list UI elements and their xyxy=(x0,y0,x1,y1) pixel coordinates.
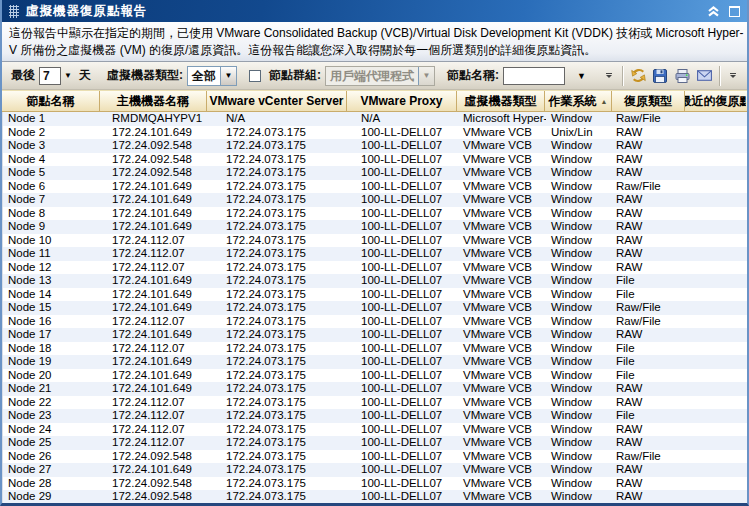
cell-host-machine-name: 172.24.101.649 xyxy=(101,369,208,383)
refresh-icon xyxy=(630,67,647,84)
table-row[interactable]: Node 5 172.24.092.548 172.24.073.175 100… xyxy=(3,166,747,180)
table-row[interactable]: Node 1 RMDMQAHYPV1 N/A N/A Microsoft Hyp… xyxy=(3,112,747,126)
table-row[interactable]: Node 3 172.24.092.548 172.24.073.175 100… xyxy=(3,139,747,153)
cell-vmware-proxy: 100-LL-DELL07 xyxy=(348,220,458,234)
cell-recovery-type: RAW xyxy=(613,193,686,207)
drag-grip-icon[interactable] xyxy=(9,5,19,18)
table-row[interactable]: Node 25 172.24.112.07 172.24.073.175 100… xyxy=(3,436,747,450)
cell-os: Window xyxy=(546,477,613,491)
table-row[interactable]: Node 21 172.24.101.649 172.24.073.175 10… xyxy=(3,382,747,396)
column-latest-recovery-point[interactable]: 最近的復原點 xyxy=(685,91,746,111)
collapse-chevrons-icon[interactable] xyxy=(707,6,720,17)
table-row[interactable]: Node 11 172.24.112.07 172.24.073.175 100… xyxy=(3,247,747,261)
cell-vm-type: VMware VCB xyxy=(458,477,546,491)
cell-vm-type: VMware VCB xyxy=(458,261,546,275)
cell-vm-type: VMware VCB xyxy=(458,463,546,477)
print-button[interactable] xyxy=(671,66,693,86)
cell-node-name: Node 29 xyxy=(3,490,101,503)
cell-recovery-type: RAW xyxy=(613,436,686,450)
cell-vmware-proxy: 100-LL-DELL07 xyxy=(348,315,458,329)
column-host-machine-name[interactable]: 主機機器名稱 xyxy=(100,91,207,111)
table-row[interactable]: Node 10 172.24.112.07 172.24.073.175 100… xyxy=(3,234,747,248)
toolbar-overflow-icon[interactable] xyxy=(603,73,615,78)
cell-vm-type: VMware VCB xyxy=(458,355,546,369)
maximize-icon[interactable] xyxy=(729,6,740,17)
cell-recovery-type: RAW xyxy=(613,139,686,153)
toolbar-overflow-icon[interactable] xyxy=(727,73,739,78)
cell-vcenter-server: 172.24.073.175 xyxy=(208,463,348,477)
table-row[interactable]: Node 16 172.24.112.07 172.24.073.175 100… xyxy=(3,315,747,329)
column-vcenter-server[interactable]: VMware vCenter Server xyxy=(207,91,347,111)
refresh-button[interactable] xyxy=(627,66,649,86)
vm-type-select[interactable]: 全部 ▼ xyxy=(187,66,237,86)
table-row[interactable]: Node 24 172.24.112.07 172.24.073.175 100… xyxy=(3,423,747,437)
table-row[interactable]: Node 18 172.24.112.07 172.24.073.175 100… xyxy=(3,342,747,356)
table-row[interactable]: Node 4 172.24.092.548 172.24.073.175 100… xyxy=(3,153,747,167)
cell-host-machine-name: 172.24.112.07 xyxy=(101,342,208,356)
table-row[interactable]: Node 13 172.24.101.649 172.24.073.175 10… xyxy=(3,274,747,288)
days-caret-icon[interactable]: ▼ xyxy=(64,71,72,80)
table-row[interactable]: Node 20 172.24.101.649 172.24.073.175 10… xyxy=(3,369,747,383)
table-row[interactable]: Node 15 172.24.101.649 172.24.073.175 10… xyxy=(3,301,747,315)
node-name-input[interactable] xyxy=(503,67,565,85)
cell-vm-type: VMware VCB xyxy=(458,301,546,315)
table-row[interactable]: Node 2 172.24.101.649 172.24.073.175 100… xyxy=(3,126,747,140)
column-vm-type[interactable]: 虛擬機器類型 xyxy=(457,91,545,111)
toolbar-separator xyxy=(622,66,623,86)
cell-vmware-proxy: 100-LL-DELL07 xyxy=(348,166,458,180)
cell-os: Window xyxy=(546,355,613,369)
days-unit-label: 天 xyxy=(79,67,91,84)
vm-type-label: 虛擬機器類型: xyxy=(107,67,183,84)
cell-vm-type: VMware VCB xyxy=(458,328,546,342)
table-row[interactable]: Node 7 172.24.101.649 172.24.073.175 100… xyxy=(3,193,747,207)
window-title: 虛擬機器復原點報告 xyxy=(26,3,707,20)
vm-type-caret-icon[interactable]: ▼ xyxy=(220,67,236,85)
table-row[interactable]: Node 6 172.24.101.649 172.24.073.175 100… xyxy=(3,180,747,194)
cell-vcenter-server: 172.24.073.175 xyxy=(208,274,348,288)
table-row[interactable]: Node 23 172.24.112.07 172.24.073.175 100… xyxy=(3,409,747,423)
cell-recovery-type: RAW xyxy=(613,166,686,180)
cell-vcenter-server: 172.24.073.175 xyxy=(208,139,348,153)
cell-vmware-proxy: 100-LL-DELL07 xyxy=(348,193,458,207)
cell-node-name: Node 12 xyxy=(3,261,101,275)
table-row[interactable]: Node 12 172.24.112.07 172.24.073.175 100… xyxy=(3,261,747,275)
cell-vcenter-server: 172.24.073.175 xyxy=(208,342,348,356)
days-select[interactable]: 7 xyxy=(39,67,61,85)
table-row[interactable]: Node 8 172.24.101.649 172.24.073.175 100… xyxy=(3,207,747,221)
table-row[interactable]: Node 17 172.24.101.649 172.24.073.175 10… xyxy=(3,328,747,342)
cell-host-machine-name: 172.24.092.548 xyxy=(101,139,208,153)
vm-type-value: 全部 xyxy=(188,67,220,85)
cell-host-machine-name: 172.24.092.548 xyxy=(101,450,208,464)
cell-recovery-type: Raw/File xyxy=(613,180,686,194)
cell-recovery-type: File xyxy=(613,355,686,369)
cell-recovery-type: RAW xyxy=(613,328,686,342)
node-name-caret-icon[interactable]: ▼ xyxy=(577,71,586,81)
table-row[interactable]: Node 29 172.24.092.548 172.24.073.175 10… xyxy=(3,490,747,503)
table-row[interactable]: Node 14 172.24.101.649 172.24.073.175 10… xyxy=(3,288,747,302)
column-os[interactable]: 作業系統 ▲ xyxy=(545,91,612,111)
cell-vcenter-server: 172.24.073.175 xyxy=(208,409,348,423)
cell-os: Window xyxy=(546,274,613,288)
cell-vmware-proxy: 100-LL-DELL07 xyxy=(348,207,458,221)
save-button[interactable] xyxy=(649,66,671,86)
column-node-name[interactable]: 節點名稱 xyxy=(2,91,100,111)
cell-vm-type: VMware VCB xyxy=(458,369,546,383)
node-group-checkbox[interactable] xyxy=(249,70,261,82)
table-row[interactable]: Node 26 172.24.092.548 172.24.073.175 10… xyxy=(3,450,747,464)
cell-os: Window xyxy=(546,207,613,221)
cell-node-name: Node 10 xyxy=(3,234,101,248)
table-row[interactable]: Node 27 172.24.101.649 172.24.073.175 10… xyxy=(3,463,747,477)
table-row[interactable]: Node 22 172.24.112.07 172.24.073.175 100… xyxy=(3,396,747,410)
toolbar-separator xyxy=(719,66,720,86)
column-recovery-type[interactable]: 復原類型 xyxy=(612,91,685,111)
table-row[interactable]: Node 9 172.24.101.649 172.24.073.175 100… xyxy=(3,220,747,234)
email-button[interactable] xyxy=(693,66,715,86)
cell-recovery-type: RAW xyxy=(613,423,686,437)
cell-vm-type: VMware VCB xyxy=(458,139,546,153)
cell-host-machine-name: 172.24.112.07 xyxy=(101,234,208,248)
column-vmware-proxy[interactable]: VMware Proxy xyxy=(347,91,457,111)
cell-vmware-proxy: 100-LL-DELL07 xyxy=(348,234,458,248)
table-row[interactable]: Node 28 172.24.092.548 172.24.073.175 10… xyxy=(3,477,747,491)
table-row[interactable]: Node 19 172.24.101.649 172.24.073.175 10… xyxy=(3,355,747,369)
node-group-select[interactable]: 用戶端代理程式 ▼ xyxy=(325,66,435,86)
